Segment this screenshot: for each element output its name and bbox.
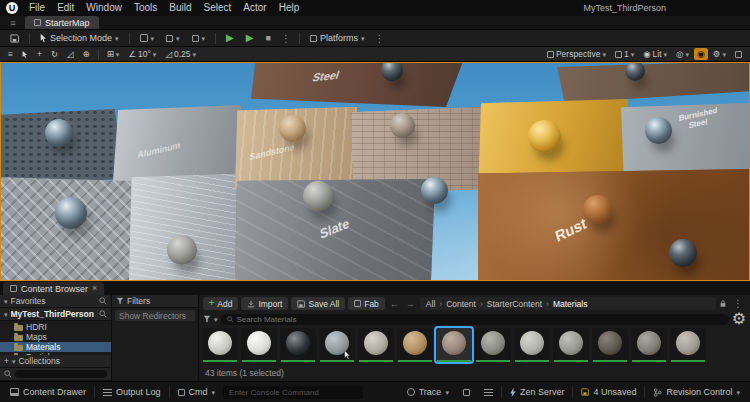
toolbar-settings-icon[interactable]: ⋮ <box>371 33 387 44</box>
folder-hdri[interactable]: HDRI <box>0 322 111 332</box>
search-input[interactable] <box>236 315 722 324</box>
material-sphere[interactable] <box>279 115 306 142</box>
asset-thumbnail[interactable] <box>241 328 277 362</box>
unsaved-button[interactable]: 4 Unsaved <box>575 382 642 402</box>
move-tool[interactable]: + <box>33 48 46 61</box>
platform-rust[interactable]: Rust <box>478 169 749 280</box>
menu-file[interactable]: File <box>23 0 51 16</box>
material-sphere[interactable] <box>55 197 87 229</box>
asset-thumbnail-selected[interactable] <box>436 328 472 362</box>
breadcrumb-content[interactable]: Content <box>446 299 476 309</box>
fab-button[interactable]: Fab <box>348 297 385 310</box>
play-options-icon[interactable]: ⋮ <box>278 33 294 44</box>
breadcrumb-all[interactable]: All <box>426 299 435 309</box>
filters-header[interactable]: Filters <box>112 295 198 308</box>
selection-mode-dropdown[interactable]: Selection Mode ▾ <box>35 31 124 45</box>
perspective-dropdown[interactable]: Perspective▾ <box>543 48 610 61</box>
viewport-settings-dropdown[interactable]: ⚙▾ <box>709 48 730 61</box>
scale-snap-toggle[interactable]: ◿0.25▾ <box>161 48 200 61</box>
material-sphere[interactable] <box>645 117 672 144</box>
camera-speed-dropdown[interactable]: 1▾ <box>611 48 638 61</box>
rotate-tool[interactable]: ↻ <box>47 48 62 61</box>
plus-icon[interactable]: + <box>4 356 9 366</box>
asset-thumbnail[interactable] <box>358 328 394 362</box>
folder-maps[interactable]: Maps <box>0 332 111 342</box>
scale-tool[interactable]: ◿ <box>63 48 78 61</box>
import-button[interactable]: Import <box>241 297 288 310</box>
viewport-3d[interactable]: Steel Aluminum Sandstone Slate Burnished… <box>0 62 750 281</box>
viewport-options-menu[interactable]: ≡ <box>4 48 17 61</box>
funnel-icon[interactable] <box>203 315 211 323</box>
save-button[interactable] <box>5 31 24 45</box>
console-command-input[interactable] <box>229 388 357 397</box>
menu-actor[interactable]: Actor <box>237 0 272 16</box>
platform-steel[interactable]: Steel <box>251 62 463 107</box>
material-sphere[interactable] <box>583 195 612 224</box>
content-drawer-button[interactable]: Content Drawer <box>4 382 92 402</box>
rotation-snap-toggle[interactable]: ∠10°▾ <box>124 48 160 61</box>
asset-thumbnail[interactable] <box>397 328 433 362</box>
collections-search-field[interactable] <box>15 370 107 378</box>
asset-thumbnail[interactable] <box>319 328 355 362</box>
cmd-dropdown[interactable]: Cmd▾ <box>172 382 222 402</box>
breadcrumb-startercontent[interactable]: StarterContent <box>487 299 542 309</box>
maximize-viewport-button[interactable] <box>731 48 746 61</box>
stop-button[interactable]: ■ <box>261 31 276 45</box>
search-box[interactable] <box>221 314 729 325</box>
play-button[interactable]: ▶ <box>221 31 239 45</box>
menu-select[interactable]: Select <box>198 0 238 16</box>
console-command-box[interactable] <box>223 386 363 399</box>
material-sphere[interactable] <box>167 235 197 265</box>
trace-dropdown[interactable]: Trace▾ <box>401 382 455 402</box>
material-sphere[interactable] <box>669 239 697 267</box>
menu-window[interactable]: Window <box>80 0 128 16</box>
menu-build[interactable]: Build <box>163 0 197 16</box>
blueprints-dropdown[interactable]: ▾ <box>161 31 185 45</box>
collections-header[interactable]: + ▾ Collections <box>0 355 111 368</box>
close-icon[interactable]: × <box>92 284 97 293</box>
material-sphere[interactable] <box>45 119 73 147</box>
asset-thumbnail[interactable] <box>475 328 511 362</box>
world-local-toggle[interactable]: ⊕ <box>79 48 94 61</box>
menu-help[interactable]: Help <box>273 0 306 16</box>
asset-thumbnail[interactable] <box>514 328 550 362</box>
collections-search[interactable] <box>0 368 111 381</box>
layout-menu-icon[interactable]: ≡ <box>4 17 22 29</box>
menu-edit[interactable]: Edit <box>51 0 80 16</box>
material-sphere[interactable] <box>390 113 415 138</box>
platforms-dropdown[interactable]: Platforms ▾ <box>305 31 370 45</box>
tab-startermap[interactable]: StarterMap <box>25 16 99 29</box>
asset-thumbnail[interactable] <box>280 328 316 362</box>
material-sphere[interactable] <box>625 62 645 81</box>
asset-thumbnail[interactable] <box>592 328 628 362</box>
asset-thumbnail[interactable] <box>631 328 667 362</box>
breadcrumb-materials[interactable]: Materials <box>553 299 587 309</box>
show-flags-dropdown[interactable]: ◎▾ <box>672 48 693 61</box>
asset-thumbnail[interactable] <box>553 328 589 362</box>
view-mode-dropdown[interactable]: ◉Lit▾ <box>639 48 671 61</box>
zen-server-button[interactable]: Zen Server <box>504 382 571 402</box>
revision-control-button[interactable]: Revision Control▾ <box>647 382 746 402</box>
view-settings-icon[interactable]: ⚙ <box>732 311 746 327</box>
add-actor-dropdown[interactable]: ▾ <box>135 31 160 45</box>
menu-tools[interactable]: Tools <box>128 0 163 16</box>
browser-settings-icon[interactable]: ⋮ <box>730 298 746 309</box>
play-mode-button[interactable]: ▶ <box>241 31 259 45</box>
game-view-toggle[interactable]: ◉ <box>694 48 708 60</box>
forward-icon[interactable]: → <box>404 299 417 309</box>
material-sphere[interactable] <box>421 177 448 204</box>
platform-top-right[interactable] <box>557 62 749 103</box>
add-button[interactable]: +Add <box>203 297 238 310</box>
search-icon[interactable] <box>99 310 107 318</box>
asset-thumbnail[interactable] <box>202 328 238 362</box>
cinematics-dropdown[interactable]: ▾ <box>187 31 211 45</box>
platform-burnished-steel[interactable]: Burnished Steel <box>621 103 749 173</box>
favorites-header[interactable]: ▾ Favorites <box>0 295 111 308</box>
back-icon[interactable]: ← <box>388 299 401 309</box>
grid-snap-toggle[interactable]: ⊞▾ <box>103 48 124 61</box>
folder-materials[interactable]: Materials <box>0 342 111 352</box>
save-all-button[interactable]: Save All <box>291 297 345 310</box>
asset-thumbnail[interactable] <box>670 328 706 362</box>
platform-slate[interactable]: Slate <box>235 179 435 280</box>
material-sphere[interactable] <box>528 120 561 153</box>
